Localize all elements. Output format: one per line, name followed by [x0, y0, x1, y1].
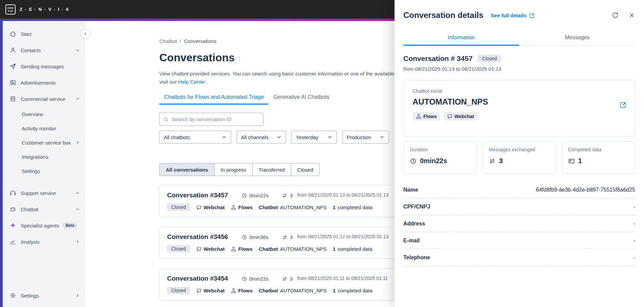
filter-environment[interactable]: Production [342, 131, 389, 144]
tab-generative-ai-chatbots[interactable]: Generative AI Chatbots [268, 92, 334, 105]
sidebar-item-label: Analysis [21, 239, 40, 245]
sidebar-item-commercial-service[interactable]: Commercial service [3, 91, 85, 107]
conversation-card[interactable]: Conversation #3457 0min22s 3 from 08/21/… [159, 185, 417, 217]
logo-mark-line2: VIA [8, 9, 13, 13]
filter-all-chatbots[interactable]: All chatbots [159, 131, 231, 144]
filter-closed[interactable]: Closed [291, 163, 319, 176]
sidebar-item-chatbot[interactable]: Chatbot [3, 201, 85, 217]
conversation-heading: Conversation # 3457 [403, 54, 472, 63]
sidebar-item-activity-monitor[interactable]: Activity monitor [3, 121, 85, 135]
refresh-button[interactable] [611, 12, 619, 19]
form-card-icon [568, 158, 575, 165]
sidebar-item-label: Advertisements [21, 80, 56, 86]
conversation-period: from 08/21/2025 01:13 to 08/21/2025 01:1… [403, 66, 635, 72]
breadcrumb: Chatbot / Conversations [159, 38, 417, 44]
filter-all-conversations[interactable]: All conversations [160, 163, 215, 176]
description-line1: View chatbot-provided services. You can … [159, 71, 409, 76]
conversation-duration: 0min22s [242, 276, 269, 282]
sidebar-item-advertisements[interactable]: Advertisements [3, 74, 85, 91]
chevron-right-icon [75, 140, 80, 145]
type-tag: Flows [231, 204, 253, 210]
sidebar-item-label: Activity monitor [22, 126, 56, 131]
clock-icon [410, 158, 417, 165]
detail-row-address: Address - [403, 215, 635, 232]
webchat-tag: Webchat [444, 112, 478, 120]
zenvia-logo-icon: ZEN VIA [5, 4, 16, 15]
see-full-details-link[interactable]: See full details [491, 12, 535, 18]
tab-information[interactable]: Information [403, 32, 519, 45]
stat-duration: Duration 0min22s [403, 141, 477, 174]
sidebar-collapse-button[interactable] [81, 29, 90, 39]
chatbot-type-tabs: Chatbots for Flows and Automated Triage … [159, 92, 417, 105]
type-tag: Flows [231, 246, 253, 252]
chevron-down-icon [379, 134, 385, 140]
home-icon [9, 30, 16, 37]
clock-icon [242, 192, 247, 198]
conversation-duration: 0min22s [242, 192, 269, 198]
sidebar-item-customer-service-box[interactable]: Customer service box [3, 135, 85, 150]
chatbot-card-label: Chatbot inicial [412, 88, 626, 94]
sidebar-item-label: Integrations [22, 154, 48, 160]
breadcrumb-chatbot[interactable]: Chatbot [159, 38, 177, 44]
chevron-down-icon [75, 48, 80, 52]
filter-all-channels[interactable]: All channels [237, 131, 286, 144]
headset-icon [9, 190, 16, 196]
help-center-link[interactable]: Help Center [178, 79, 205, 85]
conversation-details-panel: Conversation details See full details In… [395, 0, 644, 307]
status-badge: Closed [478, 55, 501, 62]
chevron-down-icon [276, 134, 282, 140]
breadcrumb-separator: / [180, 38, 181, 44]
channel-tag: Webchat [196, 287, 225, 293]
conversation-messages-count: 3 [282, 276, 293, 282]
conversation-period: from 08/21/2025 01:13 to 08/21/2025 01:1… [297, 192, 388, 198]
completed-data: 1 completed data [333, 204, 373, 210]
sidebar-item-support-service[interactable]: Support service [3, 185, 85, 201]
conversation-period: from 08/21/2025 01:11 to 08/21/2025 01:1… [297, 276, 388, 281]
chatbot-card: Chatbot inicial AUTOMATION_NPS Flows Web… [403, 80, 635, 136]
newspaper-icon [9, 79, 16, 86]
description-line2: visit our [159, 79, 177, 85]
flow-icon [231, 287, 236, 293]
sidebar-item-settings[interactable]: Settings [3, 287, 85, 304]
brand-text: Z · E · N · V · I · A [20, 7, 69, 12]
filter-transferred[interactable]: Transferred [253, 163, 291, 176]
close-button[interactable] [628, 12, 635, 19]
search-input[interactable] [172, 116, 259, 122]
search-icon [163, 116, 169, 123]
page-title: Conversations [159, 51, 417, 65]
conversation-search [159, 113, 263, 126]
zenvia-logo[interactable]: ZEN VIA Z · E · N · V · I · A [5, 4, 69, 15]
sidebar-item-contacts[interactable]: Contacts [3, 42, 85, 58]
conversation-list: Conversation #3457 0min22s 3 from 08/21/… [159, 185, 417, 307]
conversation-title: Conversation #3457 [167, 192, 228, 199]
tab-messages[interactable]: Messages [519, 32, 635, 45]
sidebar-item-label: Chatbot [21, 206, 39, 212]
select-value: All chatbots [164, 134, 190, 140]
sidebar-item-specialist-agents[interactable]: Specialist agents Beta [3, 217, 85, 234]
sidebar-item-integrations[interactable]: Integrations [3, 150, 85, 164]
left-accent-rail [0, 21, 3, 307]
conversation-card[interactable]: Conversation #3454 0min22s 3 from 08/21/… [159, 268, 417, 300]
open-chatbot-external-link[interactable] [619, 101, 627, 109]
chevron-down-icon [75, 207, 80, 212]
exchange-icon [282, 192, 287, 198]
sidebar-item-start[interactable]: Start [3, 26, 85, 42]
filter-period[interactable]: Yesterday [291, 131, 337, 144]
clock-icon [242, 234, 247, 240]
sidebar-item-sending-messages[interactable]: Sending messages [3, 58, 85, 74]
chevron-right-icon [75, 293, 80, 298]
chevron-down-icon [221, 134, 227, 140]
sidebar-item-label: Sending messages [21, 64, 64, 69]
detail-row-name: Name 64fd8fb9-ae3b-4d2e-b897-75515f8a6d2… [403, 181, 635, 198]
store-icon [9, 95, 16, 102]
channel-tag: Webchat [196, 246, 225, 252]
conversation-card[interactable]: Conversation #3456 0min36s 3 from 08/21/… [159, 227, 417, 259]
conversation-messages-count: 3 [282, 234, 293, 240]
tab-flows-chatbots[interactable]: Chatbots for Flows and Automated Triage [159, 92, 268, 105]
send-icon [9, 63, 16, 70]
sidebar-item-analysis[interactable]: Analysis [3, 234, 85, 250]
chatbot-name: Chatbot AUTOMATION_NPS [259, 246, 326, 252]
filter-in-progress[interactable]: In progress [215, 163, 253, 176]
sidebar-item-settings-sub[interactable]: Settings [3, 164, 85, 178]
sidebar-item-overview[interactable]: Overview [3, 107, 85, 121]
